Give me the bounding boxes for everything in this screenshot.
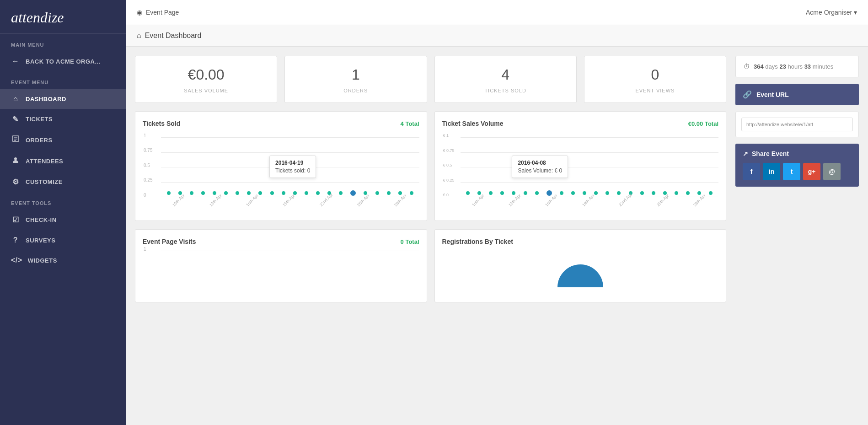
chart-area: 1 0.75 0.5 0.25 0 — [143, 137, 419, 197]
chart-body: 1 — [143, 251, 419, 296]
share-facebook-button[interactable]: f — [743, 163, 760, 180]
main-menu-title: MAIN MENU — [0, 34, 126, 51]
ticket-sales-chart: Ticket Sales Volume €0.00 Total € 1 € 0.… — [434, 111, 727, 221]
dot — [398, 191, 402, 195]
pie-chart — [442, 251, 719, 287]
dot — [512, 191, 515, 195]
share-buttons: f in t g+ @ — [743, 163, 852, 180]
share-icon: ↗ — [743, 150, 748, 157]
sidebar-item-widgets[interactable]: </> WIDGETS — [0, 250, 126, 270]
chart-area: € 1 € 0.75 € 0.5 € 0.25 € 0 — [442, 137, 719, 197]
event-menu-title: EVENT MENU — [0, 71, 126, 89]
sidebar-item-label: DASHBOARD — [26, 96, 66, 102]
share-email-button[interactable]: @ — [823, 163, 841, 180]
content: €0.00 SALES VOLUME 1 ORDERS 4 TICKETS SO… — [126, 47, 868, 425]
sidebar-item-label: CUSTOMIZE — [26, 178, 63, 185]
sidebar-item-back[interactable]: ← BACK TO ACME ORGA... — [0, 51, 126, 71]
tickets-sold-chart: Tickets Sold 4 Total 1 0.75 0.5 0.25 0 — [135, 111, 427, 221]
dot-chart-sales: € 1 € 0.75 € 0.5 € 0.25 € 0 — [442, 133, 719, 215]
dot — [466, 191, 470, 195]
dot — [167, 191, 171, 195]
sidebar-item-surveys[interactable]: ? SURVEYS — [0, 230, 126, 250]
event-tools-title: EVENT TOOLS — [0, 192, 126, 210]
checkin-icon: ☑ — [11, 215, 20, 224]
dot — [224, 191, 228, 195]
url-input[interactable] — [741, 118, 853, 131]
tooltip-value: Sales Volume: € 0 — [518, 167, 562, 174]
dot — [617, 191, 621, 195]
attendees-icon — [11, 156, 20, 166]
logo: attendize — [0, 0, 126, 34]
dot — [583, 191, 586, 195]
countdown-days: 364 days 23 hours 33 minutes — [754, 63, 833, 70]
dot — [387, 191, 391, 195]
chart-total: 0 Total — [401, 238, 419, 245]
surveys-icon: ? — [11, 236, 20, 244]
chart-title: Tickets Sold — [143, 120, 180, 127]
chart-header: Tickets Sold 4 Total — [143, 120, 419, 127]
pie-slice — [557, 264, 603, 287]
sidebar-item-dashboard[interactable]: ⌂ DASHBOARD — [0, 89, 126, 109]
sidebar-item-checkin[interactable]: ☑ CHECK-IN — [0, 210, 126, 230]
dot-chart-tickets: 1 0.75 0.5 0.25 0 — [143, 133, 419, 215]
sidebar-item-attendees[interactable]: ATTENDEES — [0, 151, 126, 172]
share-linkedin-button[interactable]: in — [763, 163, 780, 180]
eye-icon: ◉ — [137, 9, 142, 16]
chart-title: Registrations By Ticket — [442, 238, 513, 245]
logo-text: attendize — [11, 9, 64, 26]
link-icon: 🔗 — [743, 90, 752, 99]
dot — [201, 191, 205, 195]
share-event-panel: ↗ Share Event f in t g+ @ — [735, 144, 859, 187]
dot — [652, 191, 655, 195]
chart-cards-row1: Tickets Sold 4 Total 1 0.75 0.5 0.25 0 — [135, 111, 726, 221]
sales-volume-label: SALES VOLUME — [184, 88, 228, 93]
sidebar-item-label: CHECK-IN — [26, 216, 57, 223]
user-menu[interactable]: Acme Organiser ▾ — [806, 9, 857, 16]
dot — [316, 191, 320, 195]
stat-card-sales: €0.00 SALES VOLUME — [135, 56, 277, 103]
sidebar-item-customize[interactable]: ⚙ CUSTOMIZE — [0, 172, 126, 192]
orders-label: ORDERS — [343, 88, 368, 93]
sidebar-item-tickets[interactable]: ✎ TICKETS — [0, 109, 126, 129]
content-left: €0.00 SALES VOLUME 1 ORDERS 4 TICKETS SO… — [135, 56, 726, 416]
dot — [500, 191, 504, 195]
dot — [410, 191, 413, 195]
dashboard-icon: ⌂ — [11, 95, 20, 103]
svg-point-4 — [14, 157, 17, 160]
sidebar-item-label: ORDERS — [26, 137, 53, 144]
stat-cards: €0.00 SALES VOLUME 1 ORDERS 4 TICKETS SO… — [135, 56, 726, 103]
stat-card-views: 0 EVENT VIEWS — [584, 56, 726, 103]
dot — [605, 191, 609, 195]
clock-icon: ⏱ — [743, 63, 750, 70]
sidebar-item-label: ATTENDEES — [26, 158, 63, 165]
chart-header: Ticket Sales Volume €0.00 Total — [442, 120, 719, 127]
stat-card-orders: 1 ORDERS — [284, 56, 427, 103]
tooltip-value: Tickets sold: 0 — [275, 167, 310, 174]
dot — [535, 191, 539, 195]
dot — [213, 191, 216, 195]
bottom-cards: Event Page Visits 0 Total 1 Regi — [135, 229, 726, 302]
share-label: Share Event — [752, 150, 789, 157]
dot — [270, 191, 274, 195]
share-googleplus-button[interactable]: g+ — [803, 163, 820, 180]
widgets-icon: </> — [11, 256, 22, 264]
chart-title: Event Page Visits — [143, 238, 196, 245]
event-views-label: EVENT VIEWS — [635, 88, 675, 93]
event-page-link[interactable]: Event Page — [146, 9, 179, 16]
back-icon: ← — [11, 57, 20, 65]
event-page-visits-chart: Event Page Visits 0 Total 1 — [135, 229, 427, 302]
main-area: ◉ Event Page Acme Organiser ▾ ⌂ Event Da… — [126, 0, 868, 425]
dot — [640, 191, 644, 195]
user-name[interactable]: Acme Organiser ▾ — [806, 9, 857, 16]
tickets-sold-label: TICKETS SOLD — [484, 88, 526, 93]
share-twitter-button[interactable]: t — [783, 163, 800, 180]
x-labels: 10th Apr 13th Apr 16th Apr 19th Apr 22nd… — [143, 197, 419, 209]
sidebar-item-orders[interactable]: ORDERS — [0, 129, 126, 151]
orders-icon — [11, 135, 20, 145]
sales-volume-value: €0.00 — [143, 66, 269, 83]
tooltip-date: 2016-04-19 — [275, 160, 310, 166]
tickets-icon: ✎ — [11, 115, 20, 124]
orders-value: 1 — [292, 66, 419, 83]
sidebar-item-label: BACK TO ACME ORGA... — [26, 58, 101, 65]
chart-grid: € 1 € 0.75 € 0.5 € 0.25 € 0 — [461, 137, 719, 197]
